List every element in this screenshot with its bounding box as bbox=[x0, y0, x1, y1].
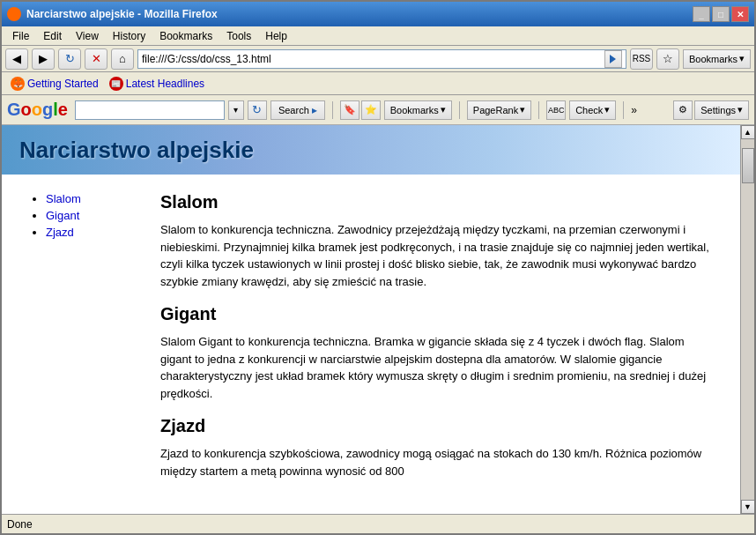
refresh-button[interactable]: ↻ bbox=[58, 48, 81, 70]
toolbar-more[interactable]: » bbox=[631, 104, 637, 116]
google-search-input[interactable] bbox=[75, 100, 225, 120]
star-button[interactable]: ☆ bbox=[656, 48, 679, 70]
google-search-button[interactable]: Search ▸ bbox=[271, 100, 325, 120]
menu-bookmarks[interactable]: Bookmarks bbox=[152, 28, 219, 44]
check-button[interactable]: Check ▾ bbox=[569, 100, 616, 120]
scroll-thumb[interactable] bbox=[742, 148, 754, 183]
google-search-label: Search bbox=[278, 105, 309, 115]
nav-item-gigant: Gigant bbox=[46, 209, 125, 222]
address-input[interactable] bbox=[142, 53, 604, 65]
scroll-track[interactable] bbox=[741, 139, 755, 500]
menu-tools[interactable]: Tools bbox=[219, 28, 258, 44]
section-slalom-heading: Slalom bbox=[160, 192, 714, 212]
go-button[interactable] bbox=[604, 50, 622, 68]
maximize-button[interactable]: □ bbox=[712, 6, 730, 22]
nav-link-slalom[interactable]: Slalom bbox=[46, 192, 81, 205]
separator-3 bbox=[538, 101, 539, 119]
sidebar-nav: Slalom Gigant Zjazd bbox=[11, 183, 143, 499]
scroll-down-button[interactable]: ▼ bbox=[741, 500, 755, 514]
section-slalom-text: Slalom to konkurencja techniczna. Zawodn… bbox=[160, 221, 714, 290]
pagerank-button[interactable]: PageRank ▾ bbox=[467, 100, 531, 120]
bookmark-latest-headlines-label: Latest Headlines bbox=[126, 78, 204, 90]
main-layout: Slalom Gigant Zjazd Slalom Slalom to kon… bbox=[2, 175, 740, 508]
pagerank-label: PageRank bbox=[473, 105, 518, 115]
settings-arrow: ▾ bbox=[737, 104, 743, 115]
menubar: File Edit View History Bookmarks Tools H… bbox=[2, 26, 754, 46]
google-icon-button-1[interactable]: 🔖 bbox=[340, 100, 359, 120]
pagerank-arrow: ▾ bbox=[520, 104, 525, 115]
settings-icon-button[interactable]: ⚙ bbox=[673, 100, 693, 120]
nav-link-zjazd[interactable]: Zjazd bbox=[46, 226, 74, 239]
menu-view[interactable]: View bbox=[69, 28, 106, 44]
nav-item-slalom: Slalom bbox=[46, 192, 125, 205]
navigation-bar: ◀ ▶ ↻ ✕ ⌂ RSS ☆ Bookmarks ▾ bbox=[2, 46, 754, 72]
status-text: Done bbox=[7, 518, 33, 531]
bookmarks-bar: 🦊 Getting Started 📰 Latest Headlines bbox=[2, 72, 754, 95]
google-toolbar-icons: 🔖 ⭐ bbox=[340, 100, 381, 120]
google-input-dropdown[interactable]: ▾ bbox=[228, 100, 244, 120]
stop-button[interactable]: ✕ bbox=[85, 48, 107, 70]
content-area: Narciarstwo alpejskie Slalom Gigant Zjaz… bbox=[2, 125, 754, 514]
google-search-arrow: ▸ bbox=[312, 104, 317, 116]
firefox-bookmark-icon: 🦊 bbox=[11, 77, 25, 91]
check-label: Check bbox=[575, 105, 603, 115]
minimize-button[interactable]: _ bbox=[693, 6, 710, 22]
google-logo: Google bbox=[7, 100, 68, 120]
address-bar[interactable] bbox=[137, 49, 626, 69]
vertical-scrollbar: ▲ ▼ bbox=[740, 125, 754, 514]
page-header: Narciarstwo alpejskie bbox=[2, 125, 740, 175]
abc-icon-button[interactable]: ABC bbox=[546, 100, 566, 120]
home-button[interactable]: ⌂ bbox=[111, 48, 134, 70]
nav-list: Slalom Gigant Zjazd bbox=[28, 192, 125, 239]
window-title: Narciarstwo alpejskie - Mozilla Firefox bbox=[26, 8, 218, 20]
menu-file[interactable]: File bbox=[5, 28, 36, 44]
page-content: Narciarstwo alpejskie Slalom Gigant Zjaz… bbox=[2, 125, 740, 514]
bookmark-latest-headlines[interactable]: 📰 Latest Headlines bbox=[106, 75, 208, 93]
window-controls: _ □ ✕ bbox=[693, 6, 749, 22]
google-bookmarks-arrow: ▾ bbox=[441, 104, 446, 115]
rss-button[interactable]: RSS bbox=[630, 48, 653, 70]
status-bar: Done bbox=[2, 514, 754, 533]
nav-item-zjazd: Zjazd bbox=[46, 226, 125, 239]
separator-2 bbox=[459, 101, 460, 119]
google-refresh-button[interactable]: ↻ bbox=[248, 100, 267, 120]
section-gigant-heading: Gigant bbox=[160, 304, 714, 324]
nav-bookmarks-arrow: ▾ bbox=[739, 53, 745, 64]
google-toolbar: Google ▾ ↻ Search ▸ 🔖 ⭐ Bookmarks ▾ Page… bbox=[2, 95, 754, 125]
nav-bookmarks-label: Bookmarks bbox=[689, 54, 737, 64]
settings-label: Settings bbox=[700, 105, 736, 115]
section-gigant-text: Slalom Gigant to konkurencja techniczna.… bbox=[160, 333, 714, 402]
check-arrow: ▾ bbox=[604, 104, 610, 115]
google-settings-area: ⚙ Settings ▾ bbox=[673, 100, 749, 120]
news-bookmark-icon: 📰 bbox=[109, 77, 123, 91]
section-zjazd-heading: Zjazd bbox=[160, 416, 714, 436]
settings-button[interactable]: Settings ▾ bbox=[694, 100, 749, 120]
separator-1 bbox=[332, 101, 333, 119]
separator-4 bbox=[623, 101, 624, 119]
article-content: Slalom Slalom to konkurencja techniczna.… bbox=[143, 183, 731, 499]
google-bookmarks-button[interactable]: Bookmarks ▾ bbox=[384, 100, 452, 120]
firefox-icon bbox=[7, 7, 21, 21]
title-bar: Narciarstwo alpejskie - Mozilla Firefox … bbox=[2, 2, 754, 26]
menu-history[interactable]: History bbox=[106, 28, 152, 44]
google-bookmarks-label: Bookmarks bbox=[390, 105, 439, 115]
bookmark-getting-started[interactable]: 🦊 Getting Started bbox=[7, 75, 102, 93]
nav-link-gigant[interactable]: Gigant bbox=[46, 209, 79, 222]
back-button[interactable]: ◀ bbox=[5, 48, 28, 70]
close-button[interactable]: ✕ bbox=[731, 6, 749, 22]
browser-window: Narciarstwo alpejskie - Mozilla Firefox … bbox=[0, 0, 756, 535]
page-title: Narciarstwo alpejskie bbox=[19, 137, 254, 164]
menu-help[interactable]: Help bbox=[258, 28, 294, 44]
google-icon-button-2[interactable]: ⭐ bbox=[361, 100, 381, 120]
menu-edit[interactable]: Edit bbox=[36, 28, 69, 44]
section-zjazd-text: Zjazd to konkurencja szybkościowa, zawod… bbox=[160, 445, 714, 479]
nav-bookmarks-button[interactable]: Bookmarks ▾ bbox=[683, 49, 751, 69]
scroll-up-button[interactable]: ▲ bbox=[741, 125, 755, 139]
bookmark-getting-started-label: Getting Started bbox=[27, 78, 99, 90]
forward-button[interactable]: ▶ bbox=[32, 48, 55, 70]
